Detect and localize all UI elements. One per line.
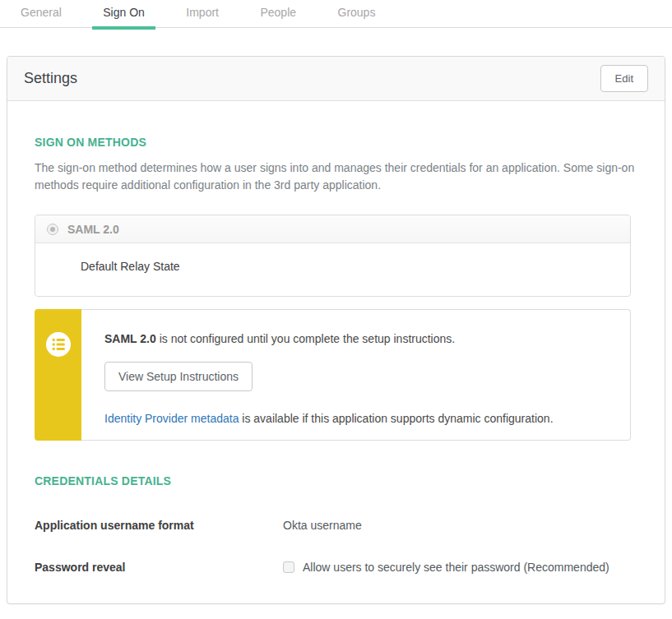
- settings-panel-header: Settings Edit: [7, 57, 665, 101]
- sign-on-methods-heading: SIGN ON METHODS: [35, 136, 637, 149]
- method-name-label: SAML 2.0: [67, 223, 119, 236]
- setup-callout-message: SAML 2.0 is not configured until you com…: [104, 332, 614, 345]
- idp-metadata-line-text: is available if this application support…: [239, 412, 553, 425]
- username-format-label: Application username format: [35, 519, 283, 532]
- tab-groups[interactable]: Groups: [327, 0, 387, 30]
- idp-metadata-line: Identity Provider metadata is available …: [104, 412, 614, 425]
- password-reveal-checkbox-wrap: Allow users to securely see their passwo…: [283, 561, 609, 574]
- username-format-value: Okta username: [283, 519, 362, 532]
- saml-method-header: SAML 2.0: [35, 215, 630, 243]
- settings-panel: Settings Edit SIGN ON METHODS The sign-o…: [7, 56, 665, 604]
- setup-callout-message-text: is not configured until you complete the…: [156, 332, 455, 345]
- default-relay-state-label[interactable]: Default Relay State: [81, 260, 180, 273]
- setup-callout-strip: [35, 309, 81, 441]
- checkbox-unchecked-icon[interactable]: [283, 561, 294, 573]
- setup-callout-body: SAML 2.0 is not configured until you com…: [81, 309, 631, 441]
- password-reveal-label: Password reveal: [35, 561, 283, 574]
- tab-general[interactable]: General: [10, 0, 72, 30]
- radio-button-selected-disabled-icon[interactable]: [47, 224, 58, 235]
- password-reveal-row: Password reveal Allow users to securely …: [35, 561, 637, 574]
- setup-callout: SAML 2.0 is not configured until you com…: [35, 309, 631, 441]
- username-format-row: Application username format Okta usernam…: [35, 519, 637, 532]
- identity-provider-metadata-link[interactable]: Identity Provider metadata: [104, 412, 239, 425]
- settings-panel-body: SIGN ON METHODS The sign-on method deter…: [7, 101, 665, 574]
- view-setup-instructions-button[interactable]: View Setup Instructions: [104, 362, 253, 391]
- tab-people[interactable]: People: [249, 0, 307, 30]
- panel-title: Settings: [24, 70, 77, 87]
- tab-import[interactable]: Import: [175, 0, 229, 30]
- sign-on-methods-description: The sign-on method determines how a user…: [35, 159, 637, 194]
- tab-sign-on[interactable]: Sign On: [92, 0, 155, 30]
- saml-method-box: SAML 2.0 Default Relay State: [35, 215, 631, 297]
- saml-method-body: Default Relay State: [35, 243, 630, 296]
- tab-bar: General Sign On Import People Groups: [0, 0, 672, 28]
- password-reveal-checkbox-label: Allow users to securely see their passwo…: [303, 561, 609, 574]
- setup-list-icon: [46, 332, 71, 357]
- edit-button[interactable]: Edit: [600, 65, 648, 92]
- setup-callout-message-bold: SAML 2.0: [104, 332, 156, 345]
- credentials-details-heading: CREDENTIALS DETAILS: [35, 474, 637, 487]
